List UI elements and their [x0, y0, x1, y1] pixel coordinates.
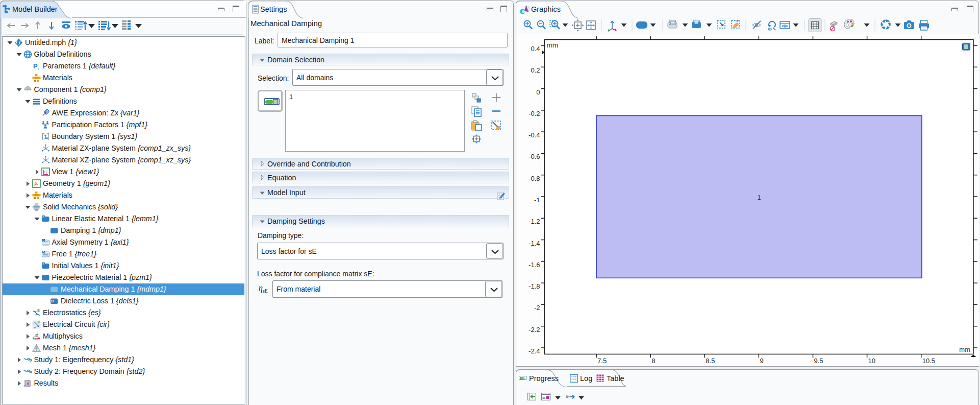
- svg-text:0.2: 0.2: [531, 66, 540, 74]
- svg-text:P: P: [33, 62, 38, 70]
- svg-text:D: D: [42, 250, 44, 253]
- svg-text:-0.8: -0.8: [529, 175, 540, 182]
- svg-text:-1.6: -1.6: [529, 261, 540, 269]
- svg-text:-2.4: -2.4: [529, 347, 540, 355]
- svg-text:0.4: 0.4: [531, 45, 540, 53]
- svg-text:-1.8: -1.8: [529, 282, 540, 290]
- svg-text:mm: mm: [547, 41, 559, 49]
- svg-text:-1.2: -1.2: [529, 218, 540, 225]
- svg-text:-2: -2: [534, 304, 540, 312]
- svg-text:-1.4: -1.4: [529, 240, 540, 247]
- svg-text:D: D: [42, 239, 44, 242]
- svg-text:i: i: [38, 66, 39, 70]
- svg-text:-1: -1: [534, 196, 540, 204]
- svg-text:8: 8: [651, 357, 655, 365]
- svg-text:mm: mm: [959, 346, 970, 353]
- svg-text:-0.6: -0.6: [529, 153, 540, 160]
- svg-text:-0.2: -0.2: [529, 110, 540, 117]
- svg-text:D: D: [42, 262, 44, 265]
- svg-text:9.5: 9.5: [814, 357, 823, 365]
- svg-text:8.5: 8.5: [706, 357, 715, 365]
- svg-text:D: D: [42, 215, 44, 218]
- svg-text:-2.2: -2.2: [529, 326, 540, 333]
- svg-text:10.5: 10.5: [922, 357, 935, 365]
- svg-text:10: 10: [868, 357, 875, 365]
- svg-text:0: 0: [536, 88, 540, 96]
- svg-text:9: 9: [760, 357, 763, 365]
- svg-text:xy: xy: [43, 169, 48, 174]
- svg-text:-0.4: -0.4: [529, 131, 540, 139]
- svg-text:1: 1: [758, 194, 761, 201]
- svg-text:7.5: 7.5: [597, 357, 607, 365]
